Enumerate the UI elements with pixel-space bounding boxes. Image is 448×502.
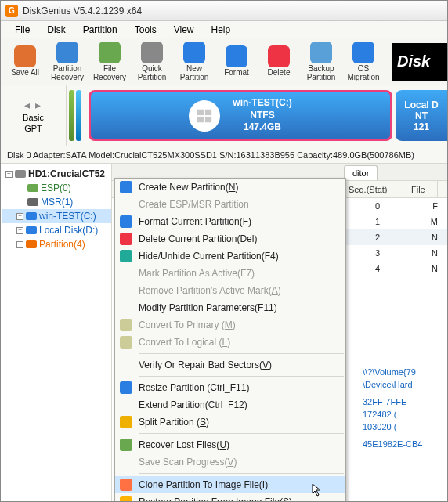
tool-partition-recovery[interactable]: PartitionRecovery xyxy=(48,41,87,83)
disk-type-label2: GPT xyxy=(24,124,42,133)
menu-tools[interactable]: Tools xyxy=(127,23,164,37)
partition-fs: NTFS xyxy=(233,110,291,122)
tool-file-recovery[interactable]: FileRecovery xyxy=(90,41,129,83)
menu-item-icon xyxy=(120,456,132,468)
tool-label: QuickPartition xyxy=(138,65,167,81)
menu-item-icon xyxy=(120,233,132,245)
disk-info-line: Disk 0 Adapter:SATA Model:CrucialCT525MX… xyxy=(1,146,447,164)
tool-new-partition[interactable]: NewPartition xyxy=(175,41,214,83)
nav-arrows-icon[interactable]: ◂ ▸ xyxy=(24,99,43,111)
detail-guid2: 45E1982E-CB4 xyxy=(363,439,422,449)
context-menu-item[interactable]: Recover Lost Files(U) xyxy=(115,436,345,453)
table-row[interactable]: 3N xyxy=(344,245,447,261)
col-seq[interactable]: Seq.(Stat) xyxy=(344,181,406,197)
tab-editor[interactable]: ditor xyxy=(344,165,378,180)
context-menu-item: Save Scan Progress(V) xyxy=(115,453,345,471)
context-menu-item[interactable]: Restore Partition From Image File(S) xyxy=(115,493,345,502)
mouse-cursor-icon xyxy=(312,483,323,497)
tool-delete[interactable]: Delete xyxy=(259,41,298,83)
svg-rect-4 xyxy=(15,170,26,178)
tool-label: Format xyxy=(224,69,249,78)
col-file[interactable]: File xyxy=(406,181,438,197)
tool-label: PartitionRecovery xyxy=(51,65,84,81)
tree-item[interactable]: +Local Disk(D:) xyxy=(2,223,111,237)
tree-item-label: MSR(1) xyxy=(41,197,73,208)
context-menu-item[interactable]: Extend Partition(Ctrl_F12) xyxy=(115,396,345,414)
tree-root-label[interactable]: HD1:CrucialCT52 xyxy=(28,168,105,179)
table-row[interactable]: 0F xyxy=(344,198,447,214)
menu-view[interactable]: View xyxy=(166,23,202,37)
menu-partition[interactable]: Partition xyxy=(75,23,125,37)
tree-item[interactable]: +Partition(4) xyxy=(2,237,111,251)
menu-item-label: Delete Current Partition(Del) xyxy=(139,233,345,244)
context-menu-item[interactable]: Format Current Partition(F) xyxy=(115,213,345,230)
cell-file: N xyxy=(406,233,438,242)
context-menu-item[interactable]: Hide/Unhide Current Partition(F4) xyxy=(115,247,345,265)
menu-item-icon xyxy=(120,381,132,394)
context-menu-item: Mark Partition As Active(F7) xyxy=(115,265,345,282)
context-menu-item[interactable]: Resize Partition (Ctrl_F11) xyxy=(115,379,345,396)
tool-backup-partition[interactable]: BackupPartition xyxy=(302,41,341,83)
context-menu-item: Remove Partition's Active Mark(A) xyxy=(115,282,345,299)
tool-icon xyxy=(268,45,290,67)
tool-label: OS Migration xyxy=(344,65,383,81)
tool-os-migration[interactable]: OS Migration xyxy=(344,41,383,83)
context-menu-item[interactable]: Modify Partition Parameters(F11) xyxy=(115,299,345,316)
partition-icon xyxy=(26,239,37,250)
svg-rect-1 xyxy=(205,109,211,114)
partition-side-size: 121 xyxy=(404,121,438,132)
tree-item[interactable]: +win-TEST(C:) xyxy=(2,209,111,223)
menu-separator xyxy=(139,433,344,434)
detail-num2: 103020 ( xyxy=(363,422,396,432)
tree-item-label: win-TEST(C:) xyxy=(39,211,96,222)
context-menu: Create New Partition(N)Create ESP/MSR Pa… xyxy=(114,178,346,502)
menu-item-icon xyxy=(120,198,132,211)
expand-icon[interactable]: − xyxy=(5,171,13,178)
tree-item-label: Partition(4) xyxy=(39,239,85,250)
partition-icon xyxy=(27,197,38,208)
tool-icon xyxy=(183,42,205,63)
tool-format[interactable]: Format xyxy=(217,41,256,83)
disk-partitions: win-TEST(C:) NTFS 147.4GB Local D NT 121 xyxy=(89,85,447,146)
menu-item-icon xyxy=(120,215,132,228)
expand-icon[interactable]: + xyxy=(16,227,23,234)
tool-save-all[interactable]: Save All xyxy=(5,41,45,83)
tree-item[interactable]: ESP(0) xyxy=(2,181,111,195)
table-row[interactable]: 4N xyxy=(344,261,447,276)
cell-seq: 1 xyxy=(344,217,406,226)
partition-main[interactable]: win-TEST(C:) NTFS 147.4GB xyxy=(89,90,392,141)
cell-seq: 0 xyxy=(344,201,406,211)
context-menu-item[interactable]: Split Partition (S) xyxy=(115,414,345,431)
tree-root[interactable]: −HD1:CrucialCT52 xyxy=(2,167,111,181)
title-bar: G DiskGenius V5.4.2.1239 x64 xyxy=(1,1,447,21)
disk-map-left: ◂ ▸ Basic GPT xyxy=(1,85,67,146)
context-menu-item[interactable]: Delete Current Partition(Del) xyxy=(115,230,345,247)
menu-item-icon xyxy=(120,496,132,502)
tool-icon xyxy=(141,42,163,63)
tool-icon xyxy=(226,45,247,67)
tree-item[interactable]: MSR(1) xyxy=(2,195,111,209)
windows-flag-icon xyxy=(189,100,220,132)
table-row[interactable]: 2N xyxy=(344,229,447,245)
context-menu-item[interactable]: Create New Partition(N) xyxy=(115,179,345,196)
menu-help[interactable]: Help xyxy=(204,23,239,37)
tool-icon xyxy=(99,42,121,63)
menu-item-label: Hide/Unhide Current Partition(F4) xyxy=(139,251,345,262)
menu-item-icon xyxy=(120,336,132,349)
disk-icon xyxy=(15,168,26,179)
partition-side[interactable]: Local D NT 121 xyxy=(396,90,447,141)
menu-file[interactable]: File xyxy=(7,23,38,37)
context-menu-item: Convert To Logical (L) xyxy=(115,334,345,351)
tree-pane[interactable]: −HD1:CrucialCT52ESP(0)MSR(1)+win-TEST(C:… xyxy=(1,164,112,502)
brand-logo: Disk xyxy=(392,43,447,81)
expand-icon[interactable]: + xyxy=(16,241,23,248)
cell-seq: 2 xyxy=(344,233,406,242)
tool-quick-partition[interactable]: QuickPartition xyxy=(132,41,172,83)
expand-icon[interactable]: + xyxy=(16,213,23,220)
menu-item-icon xyxy=(120,479,132,491)
table-row[interactable]: 1M xyxy=(344,214,447,229)
context-menu-item[interactable]: Verify Or Repair Bad Sectors(V) xyxy=(115,356,345,374)
menu-disk[interactable]: Disk xyxy=(39,23,73,37)
menu-item-icon xyxy=(120,284,132,297)
context-menu-item[interactable]: Clone Partition To Image File(I) xyxy=(115,476,345,493)
